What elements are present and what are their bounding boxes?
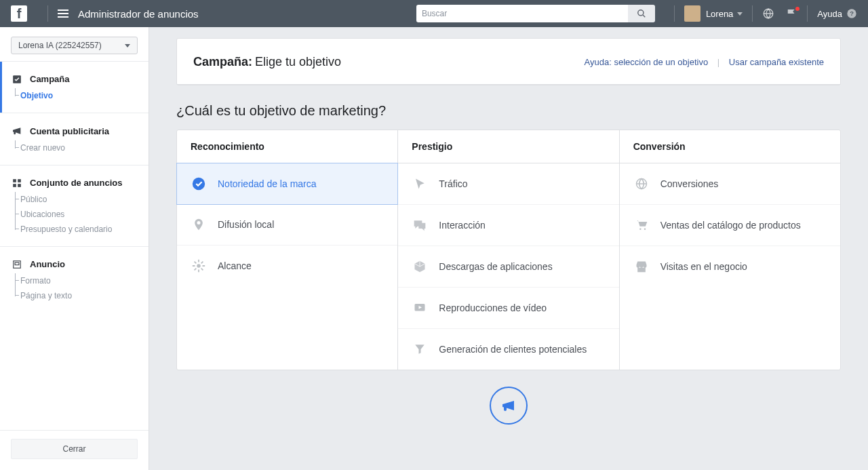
funnel-icon [412, 341, 428, 357]
box-icon [412, 258, 428, 275]
notification-dot [795, 7, 800, 11]
separator [807, 5, 808, 22]
sidebar: Lorena IA (225242557) CampañaObjetivoCue… [0, 27, 149, 470]
chevron-down-icon [737, 12, 743, 16]
main-layout: Lorena IA (225242557) CampañaObjetivoCue… [0, 27, 868, 470]
nav-subitem[interactable]: Presupuesto y calendario [0, 222, 149, 237]
marketing-question: ¿Cuál es tu objetivo de marketing? [176, 103, 841, 119]
option-label: Conversiones [660, 178, 719, 189]
nav-block-0: CampañaObjetivo [0, 61, 149, 113]
sidebar-nav: CampañaObjetivoCuenta publicitariaCrear … [0, 61, 149, 313]
nav-header[interactable]: Conjunto de anuncios [0, 178, 149, 192]
globe-notifications-button[interactable] [762, 7, 774, 20]
card-links: Ayuda: selección de un objetivo | Usar c… [585, 57, 824, 67]
objectives-section: ReconocimientoNotoriedad de la marcaDifu… [176, 130, 841, 370]
option-label: Notoriedad de la marca [218, 178, 317, 189]
facebook-logo[interactable]: f [11, 5, 27, 22]
nav-block-2: Conjunto de anunciosPúblicoUbicacionesPr… [0, 165, 149, 246]
option-label: Reproducciones de vídeo [439, 302, 547, 313]
chat-icon [412, 217, 428, 233]
objective-option[interactable]: Descargas de aplicaciones [398, 246, 618, 288]
check-circle-icon [191, 176, 207, 192]
option-label: Alcance [218, 260, 252, 271]
separator [752, 5, 753, 22]
account-selector[interactable]: Lorena IA (225242557) [11, 37, 138, 54]
top-bar: f Administrador de anuncios Lorena Ayuda… [0, 0, 868, 27]
option-label: Interacción [439, 220, 485, 231]
objective-option[interactable]: Ventas del catálogo de productos [620, 205, 840, 246]
search-icon [637, 9, 646, 18]
objective-option[interactable]: Tráfico [398, 163, 618, 205]
nav-header[interactable]: Anuncio [0, 259, 149, 273]
cart-icon [633, 217, 650, 233]
megaphone-icon [500, 397, 517, 414]
svg-point-16 [644, 229, 646, 231]
svg-point-11 [193, 178, 205, 190]
user-name: Lorena [706, 9, 733, 19]
objective-column-2: ConversiónConversionesVentas del catálog… [620, 130, 840, 370]
svg-text:?: ? [850, 10, 854, 17]
pin-icon [191, 216, 207, 233]
frame-icon [11, 260, 23, 269]
option-label: Descargas de aplicaciones [439, 261, 552, 272]
option-label: Difusión local [218, 219, 274, 230]
objective-column-0: ReconocimientoNotoriedad de la marcaDifu… [177, 130, 398, 370]
nav-block-3: AnuncioFormatoPágina y texto [0, 246, 149, 313]
svg-rect-6 [18, 179, 21, 182]
nav-block-1: Cuenta publicitariaCrear nuevo [0, 113, 149, 165]
nav-subitem[interactable]: Ubicaciones [0, 207, 149, 222]
store-icon [633, 258, 650, 275]
help-objective-link[interactable]: Ayuda: selección de un objetivo [585, 57, 709, 67]
search-input[interactable] [416, 5, 628, 22]
globe-icon [633, 176, 650, 192]
spread-icon [191, 258, 207, 274]
hamburger-icon[interactable] [58, 9, 68, 18]
megaphone-icon [11, 125, 23, 136]
search-button[interactable] [628, 5, 655, 22]
nav-header[interactable]: Campaña [0, 74, 149, 88]
objective-option[interactable]: Generación de clientes potenciales [398, 329, 618, 370]
svg-rect-5 [13, 179, 16, 182]
user-menu[interactable]: Lorena [684, 5, 743, 22]
objective-option[interactable]: Visitas en el negocio [620, 246, 840, 287]
account-label: Lorena IA (225242557) [18, 41, 102, 50]
nav-subitem[interactable]: Formato [0, 273, 149, 288]
svg-point-15 [639, 229, 642, 231]
megaphone-button[interactable] [490, 387, 528, 425]
cursor-icon [412, 176, 428, 192]
help-label: Ayuda [817, 9, 842, 19]
search-bar [416, 5, 655, 22]
option-label: Visitas en el negocio [660, 261, 747, 272]
avatar [684, 5, 701, 22]
svg-point-0 [638, 10, 644, 16]
objective-option[interactable]: Interacción [398, 205, 618, 246]
help-button[interactable]: Ayuda ? [817, 8, 857, 19]
objective-option[interactable]: Alcance [177, 246, 397, 286]
column-header: Reconocimiento [177, 130, 397, 163]
option-label: Tráfico [439, 178, 467, 189]
card-title: Campaña:Elige tu objetivo [193, 55, 341, 69]
app-title: Administrador de anuncios [78, 8, 199, 20]
objective-option[interactable]: Reproducciones de vídeo [398, 288, 618, 329]
objective-option[interactable]: Difusión local [177, 204, 397, 246]
nav-subitem[interactable]: Público [0, 192, 149, 207]
nav-subitem[interactable]: Crear nuevo [0, 140, 149, 155]
use-existing-link[interactable]: Usar campaña existente [729, 57, 824, 67]
help-icon: ? [846, 8, 857, 19]
content-area: Campaña:Elige tu objetivo Ayuda: selecci… [149, 27, 868, 470]
nav-header[interactable]: Cuenta publicitaria [0, 125, 149, 140]
flag-notifications-button[interactable] [785, 7, 797, 20]
svg-rect-10 [15, 262, 19, 265]
svg-rect-7 [13, 184, 16, 187]
grid-icon [11, 178, 23, 188]
nav-subitem[interactable]: Objetivo [0, 88, 149, 103]
chevron-down-icon [125, 44, 130, 47]
nav-subitem[interactable]: Página y texto [0, 288, 149, 303]
play-icon [412, 300, 428, 316]
objective-option[interactable]: Conversiones [620, 163, 840, 205]
objective-option[interactable]: Notoriedad de la marca [176, 163, 398, 205]
svg-rect-8 [18, 184, 21, 187]
separator [674, 5, 675, 22]
close-button[interactable]: Cerrar [11, 439, 138, 459]
campaign-header-card: Campaña:Elige tu objetivo Ayuda: selecci… [176, 38, 841, 85]
